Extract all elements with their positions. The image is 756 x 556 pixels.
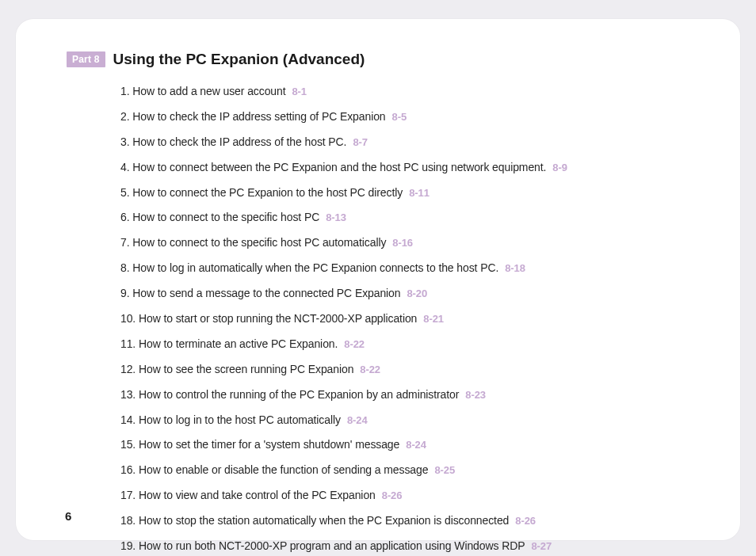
toc-item-page-ref: 8-1 bbox=[292, 86, 307, 97]
toc-item-page-ref: 8-25 bbox=[434, 464, 455, 476]
toc-item[interactable]: 3. How to check the IP address of the ho… bbox=[120, 135, 701, 150]
toc-item-text: 10. How to start or stop running the NCT… bbox=[120, 312, 417, 325]
toc-item-page-ref: 8-20 bbox=[407, 288, 427, 299]
document-page: Part 8 Using the PC Expanion (Advanced) … bbox=[16, 19, 740, 540]
toc-item[interactable]: 8. How to log in automatically when the … bbox=[120, 261, 701, 276]
toc-item[interactable]: 4. How to connect between the PC Expanio… bbox=[120, 160, 701, 175]
toc-item-text: 8. How to log in automatically when the … bbox=[120, 261, 498, 274]
toc-item-text: 18. How to stop the station automaticall… bbox=[120, 514, 509, 527]
toc-item[interactable]: 13. How to control the running of the PC… bbox=[120, 387, 701, 402]
toc-item-text: 12. How to see the screen running PC Exp… bbox=[120, 363, 353, 375]
toc-item-page-ref: 8-24 bbox=[347, 414, 368, 426]
toc-item[interactable]: 10. How to start or stop running the NCT… bbox=[120, 311, 701, 326]
toc-item[interactable]: 9. How to send a message to the connecte… bbox=[120, 286, 701, 301]
toc-item[interactable]: 18. How to stop the station automaticall… bbox=[120, 513, 701, 528]
toc-item-page-ref: 8-21 bbox=[423, 313, 444, 325]
toc-item[interactable]: 1. How to add a new user account8-1 bbox=[120, 84, 701, 99]
toc-item-text: 5. How to connect the PC Expanion to the… bbox=[120, 186, 403, 199]
toc-item-page-ref: 8-23 bbox=[465, 389, 486, 401]
toc-item-text: 1. How to add a new user account bbox=[120, 85, 285, 97]
toc-item-page-ref: 8-11 bbox=[409, 187, 430, 199]
toc-item[interactable]: 14. How to log in to the host PC automat… bbox=[120, 413, 701, 428]
toc-item-text: 15. How to set the timer for a 'system s… bbox=[120, 438, 399, 451]
toc-item-page-ref: 8-24 bbox=[406, 439, 426, 451]
toc-item-text: 11. How to terminate an active PC Expani… bbox=[120, 337, 338, 350]
toc-item-text: 3. How to check the IP address of the ho… bbox=[120, 135, 346, 148]
toc-item-text: 16. How to enable or disable the functio… bbox=[120, 463, 428, 476]
toc-item-page-ref: 8-22 bbox=[344, 338, 365, 350]
part-badge: Part 8 bbox=[67, 51, 105, 67]
toc-item-text: 17. How to view and take control of the … bbox=[120, 489, 376, 501]
page-container: Part 8 Using the PC Expanion (Advanced) … bbox=[0, 0, 756, 556]
toc-item-page-ref: 8-13 bbox=[326, 211, 346, 223]
toc-item-page-ref: 8-27 bbox=[531, 540, 552, 552]
toc-item-text: 14. How to log in to the host PC automat… bbox=[120, 413, 341, 426]
toc-item-page-ref: 8-26 bbox=[382, 489, 403, 501]
toc-item-text: 4. How to connect between the PC Expanio… bbox=[120, 161, 546, 173]
section-title: Using the PC Expanion (Advanced) bbox=[113, 51, 365, 68]
toc-item[interactable]: 12. How to see the screen running PC Exp… bbox=[120, 362, 701, 377]
toc-item[interactable]: 7. How to connect to the specific host P… bbox=[120, 235, 701, 250]
toc-item-text: 2. How to check the IP address setting o… bbox=[120, 110, 386, 123]
toc-item[interactable]: 5. How to connect the PC Expanion to the… bbox=[120, 185, 701, 200]
toc-item-text: 7. How to connect to the specific host P… bbox=[120, 236, 386, 249]
toc-item[interactable]: 19. How to run both NCT-2000-XP program … bbox=[120, 539, 701, 554]
toc-item-page-ref: 8-9 bbox=[552, 162, 567, 173]
section-header: Part 8 Using the PC Expanion (Advanced) bbox=[67, 51, 701, 68]
toc-item[interactable]: 6. How to connect to the specific host P… bbox=[120, 210, 701, 225]
toc-item[interactable]: 17. How to view and take control of the … bbox=[120, 488, 701, 503]
toc-item[interactable]: 16. How to enable or disable the functio… bbox=[120, 463, 701, 478]
toc-item-text: 9. How to send a message to the connecte… bbox=[120, 287, 400, 299]
toc-item-page-ref: 8-22 bbox=[360, 364, 380, 375]
toc-item-text: 13. How to control the running of the PC… bbox=[120, 388, 459, 401]
toc-item[interactable]: 15. How to set the timer for a 'system s… bbox=[120, 437, 701, 452]
toc-item-text: 19. How to run both NCT-2000-XP program … bbox=[120, 539, 525, 552]
toc-item-page-ref: 8-16 bbox=[392, 237, 413, 249]
toc-item-page-ref: 8-7 bbox=[353, 136, 368, 148]
toc-list: 1. How to add a new user account8-12. Ho… bbox=[120, 84, 701, 556]
toc-item-page-ref: 8-18 bbox=[505, 262, 525, 274]
toc-item-page-ref: 8-5 bbox=[392, 111, 407, 123]
toc-item-page-ref: 8-26 bbox=[515, 515, 536, 527]
page-number: 6 bbox=[65, 509, 71, 523]
toc-item[interactable]: 11. How to terminate an active PC Expani… bbox=[120, 337, 701, 352]
toc-item-text: 6. How to connect to the specific host P… bbox=[120, 211, 319, 223]
toc-item[interactable]: 2. How to check the IP address setting o… bbox=[120, 109, 701, 124]
